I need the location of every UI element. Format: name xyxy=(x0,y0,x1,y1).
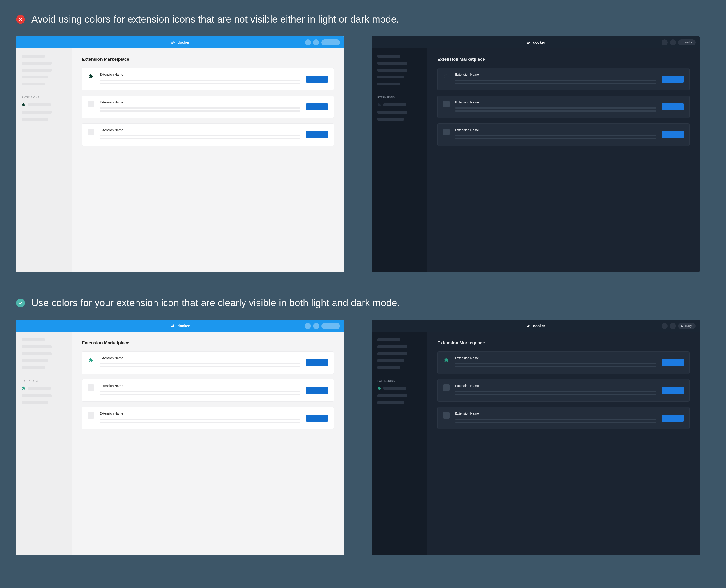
guidance-text-dont: Avoid using colors for extension icons t… xyxy=(32,14,399,25)
text-placeholder-line xyxy=(455,394,656,395)
nav-item-placeholder[interactable] xyxy=(22,366,45,369)
nav-item-placeholder[interactable] xyxy=(377,76,404,79)
extension-puzzle-icon xyxy=(377,386,381,390)
nav-item-placeholder[interactable] xyxy=(22,359,48,362)
nav-item-placeholder[interactable] xyxy=(22,111,52,113)
titlebar-dot-icon[interactable] xyxy=(305,40,311,45)
nav-item-placeholder[interactable] xyxy=(22,394,52,397)
sidebar-extension-item[interactable] xyxy=(377,103,422,107)
user-label: moby xyxy=(685,324,692,328)
nav-item-placeholder[interactable] xyxy=(377,359,404,362)
extension-card: Extension Name xyxy=(437,96,689,118)
titlebar: docker xyxy=(16,37,344,48)
extension-card: Extension Name xyxy=(437,351,689,374)
docker-logo: docker xyxy=(526,40,545,45)
user-label: moby xyxy=(685,41,692,44)
install-button[interactable] xyxy=(306,76,328,83)
install-button[interactable] xyxy=(662,387,684,394)
nav-item-placeholder[interactable] xyxy=(377,401,404,404)
text-placeholder-line xyxy=(455,83,656,84)
mock-dark-dont: docker moby EXTE xyxy=(372,37,700,272)
nav-item-placeholder[interactable] xyxy=(22,338,45,341)
main-content: Extension Marketplace Extension Name xyxy=(71,48,344,272)
install-button[interactable] xyxy=(662,131,684,138)
page-title: Extension Marketplace xyxy=(82,340,334,345)
titlebar: docker xyxy=(16,320,344,332)
examples-row-dont: docker EXTENSIONS xyxy=(16,37,710,272)
docker-logo: docker xyxy=(526,323,545,329)
titlebar-dot-icon[interactable] xyxy=(313,323,319,329)
nav-item-placeholder[interactable] xyxy=(22,76,48,79)
sidebar-extension-item[interactable] xyxy=(22,386,66,390)
install-button[interactable] xyxy=(306,387,328,394)
titlebar-dot-icon[interactable] xyxy=(662,40,668,45)
nav-item-placeholder[interactable] xyxy=(22,352,52,355)
sidebar-section-label: EXTENSIONS xyxy=(22,96,66,99)
install-button[interactable] xyxy=(662,103,684,110)
do-icon xyxy=(16,298,25,307)
nav-item-placeholder[interactable] xyxy=(22,55,45,58)
sidebar: EXTENSIONS xyxy=(372,48,427,272)
extension-card-title: Extension Name xyxy=(100,73,300,77)
nav-item-placeholder[interactable] xyxy=(377,352,407,355)
titlebar-dot-icon[interactable] xyxy=(305,323,311,329)
extension-card-title: Extension Name xyxy=(455,356,656,360)
install-button[interactable] xyxy=(306,103,328,110)
sidebar-section-label: EXTENSIONS xyxy=(377,380,422,382)
extension-card-icon xyxy=(87,412,94,419)
nav-item-placeholder[interactable] xyxy=(22,83,45,85)
section-dont: Avoid using colors for extension icons t… xyxy=(16,14,710,272)
titlebar-dot-icon[interactable] xyxy=(670,40,676,45)
nav-item-placeholder[interactable] xyxy=(377,111,407,113)
install-button[interactable] xyxy=(306,359,328,366)
nav-item-placeholder[interactable] xyxy=(377,62,407,65)
extension-card: Extension Name xyxy=(437,123,689,146)
main-content: Extension Marketplace Extension Name xyxy=(427,48,700,272)
titlebar-dot-icon[interactable] xyxy=(662,323,668,329)
nav-item-placeholder[interactable] xyxy=(22,345,52,348)
titlebar: docker moby xyxy=(372,320,700,332)
nav-item-placeholder[interactable] xyxy=(22,69,52,71)
nav-item-placeholder[interactable] xyxy=(377,394,407,397)
install-button[interactable] xyxy=(306,415,328,422)
extension-card-icon xyxy=(443,101,450,107)
nav-item-placeholder[interactable] xyxy=(377,345,407,348)
text-placeholder-line xyxy=(100,422,300,423)
extension-card-icon xyxy=(443,129,450,135)
nav-item-placeholder[interactable] xyxy=(22,401,48,404)
titlebar-pill[interactable] xyxy=(321,40,340,45)
extension-card-title: Extension Name xyxy=(455,384,656,387)
nav-item-placeholder[interactable] xyxy=(22,62,52,65)
install-button[interactable] xyxy=(662,76,684,83)
nav-item-placeholder[interactable] xyxy=(377,118,404,121)
sidebar-extension-item[interactable] xyxy=(22,103,66,107)
titlebar-dot-icon[interactable] xyxy=(670,323,676,329)
titlebar-dot-icon[interactable] xyxy=(313,40,319,45)
titlebar-actions xyxy=(305,40,340,45)
install-button[interactable] xyxy=(306,131,328,138)
user-pill[interactable]: moby xyxy=(678,323,696,329)
page-title: Extension Marketplace xyxy=(437,57,689,62)
sidebar-extension-item[interactable] xyxy=(377,386,422,390)
brand-name: docker xyxy=(533,40,545,45)
text-placeholder-line xyxy=(100,363,300,364)
titlebar-pill[interactable] xyxy=(321,323,340,329)
nav-item-placeholder[interactable] xyxy=(377,69,407,71)
nav-item-placeholder[interactable] xyxy=(377,338,400,341)
nav-item-placeholder[interactable] xyxy=(22,118,48,121)
extension-card-icon xyxy=(443,384,450,391)
extension-card-icon xyxy=(443,412,450,419)
docker-logo: docker xyxy=(171,40,190,45)
install-button[interactable] xyxy=(662,359,684,366)
brand-name: docker xyxy=(178,40,190,45)
text-placeholder-line xyxy=(455,80,656,81)
nav-item-placeholder[interactable] xyxy=(377,55,400,58)
text-placeholder-line xyxy=(455,422,656,423)
extension-card: Extension Name xyxy=(82,68,334,90)
install-button[interactable] xyxy=(662,415,684,422)
user-pill[interactable]: moby xyxy=(678,40,696,45)
nav-item-placeholder[interactable] xyxy=(377,83,400,85)
sidebar-section-label: EXTENSIONS xyxy=(377,96,422,99)
extension-card: Extension Name xyxy=(82,407,334,429)
nav-item-placeholder[interactable] xyxy=(377,366,400,369)
